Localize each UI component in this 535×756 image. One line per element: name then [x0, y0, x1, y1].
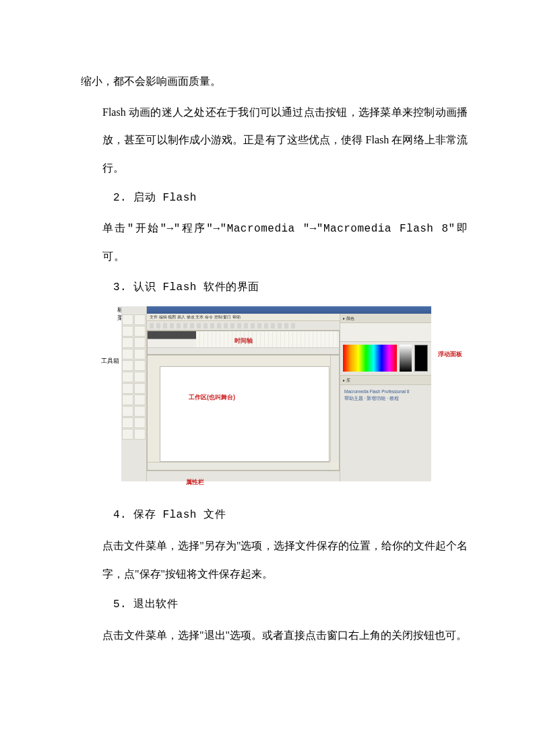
tool-icon [122, 326, 133, 337]
tool-icon [134, 314, 146, 325]
toolbox-panel [121, 306, 147, 481]
tool-icon [134, 326, 146, 337]
tool-icon [122, 372, 133, 382]
tool-icon [134, 406, 146, 417]
flash-ui-figure: 标题栏 菜单栏 工具箱 Macromedia Flash Professiona… [81, 306, 468, 481]
label-toolbox: 工具箱 [101, 353, 119, 369]
tool-icon [134, 417, 146, 428]
property-bar [147, 471, 340, 481]
paragraph-1: 缩小，都不会影响画面质量。 [81, 67, 468, 96]
tool-icon [122, 349, 133, 359]
tool-icon [122, 337, 133, 348]
tool-icon [134, 372, 146, 382]
tool-icon [122, 406, 133, 417]
heading-3: 3. 认识 Flash 软件的界面 [81, 274, 468, 302]
tool-icon [134, 383, 146, 394]
tool-icon [134, 429, 146, 440]
tool-icon [122, 383, 133, 394]
color-picker [340, 342, 431, 376]
timeline-panel: 时间轴 [147, 331, 340, 355]
flash-screenshot: 标题栏 菜单栏 工具箱 Macromedia Flash Professiona… [121, 306, 431, 481]
paragraph-4: 点击文件菜单，选择"另存为"选项，选择文件保存的位置，给你的文件起个名字，点"保… [81, 532, 468, 588]
callout-floating-panel: 浮动面板 [438, 347, 462, 362]
stage-canvas: 工作区(也叫舞台) [160, 366, 329, 462]
callout-propbar: 属性栏 [186, 475, 204, 490]
panel-section [340, 323, 431, 342]
heading-4: 4. 保存 Flash 文件 [81, 502, 468, 530]
tool-icon [122, 314, 133, 325]
callout-stage: 工作区(也叫舞台) [189, 390, 235, 405]
panel-info-links: 帮助主题 · 新增功能 · 教程 [344, 395, 427, 402]
hue-gradient [343, 345, 397, 372]
tool-icon [134, 337, 146, 348]
tool-icon [122, 394, 133, 405]
panel-info-title: Macromedia Flash Professional 8 [344, 388, 427, 395]
window-titlebar: Macromedia Flash Professional 8 - [未命名-1… [147, 306, 431, 314]
tool-icon [122, 360, 133, 371]
paragraph-2: Flash 动画的迷人之处还在于我们可以通过点击按钮，选择菜单来控制动画播放，甚… [81, 98, 468, 182]
tool-icon [134, 349, 146, 359]
menu-items: 文件 编辑 视图 插入 修改 文本 命令 控制 窗口 帮助 [150, 315, 241, 319]
panel-info: Macromedia Flash Professional 8 帮助主题 · 新… [340, 385, 431, 405]
scrollbar-vertical [330, 355, 339, 462]
paragraph-5: 点击文件菜单，选择"退出"选项。或者直接点击窗口右上角的关闭按钮也可。 [81, 621, 468, 650]
right-panel-group: ▸ 颜色 ▸ 库 Macromedia Flash Professional 8… [340, 314, 431, 481]
brightness-strip [400, 345, 412, 372]
timeline-layer [148, 331, 196, 339]
stage-wrapper: 工作区(也叫舞台) [147, 355, 340, 471]
panel-tab-color: ▸ 颜色 [340, 314, 431, 323]
paragraph-3: 单击"开始"→"程序"→"Macromedia "→"Macromedia Fl… [81, 215, 468, 271]
scrollbar-horizontal [148, 462, 330, 470]
tool-icon [134, 394, 146, 405]
color-swatch [414, 345, 428, 372]
tool-icon [122, 417, 133, 428]
panel-tab-library: ▸ 库 [340, 376, 431, 385]
tool-icon [122, 429, 133, 440]
heading-2: 2. 启动 Flash [81, 184, 468, 213]
tool-icon [134, 360, 146, 371]
heading-5: 5. 退出软件 [81, 591, 468, 619]
callout-timeline: 时间轴 [234, 333, 253, 349]
